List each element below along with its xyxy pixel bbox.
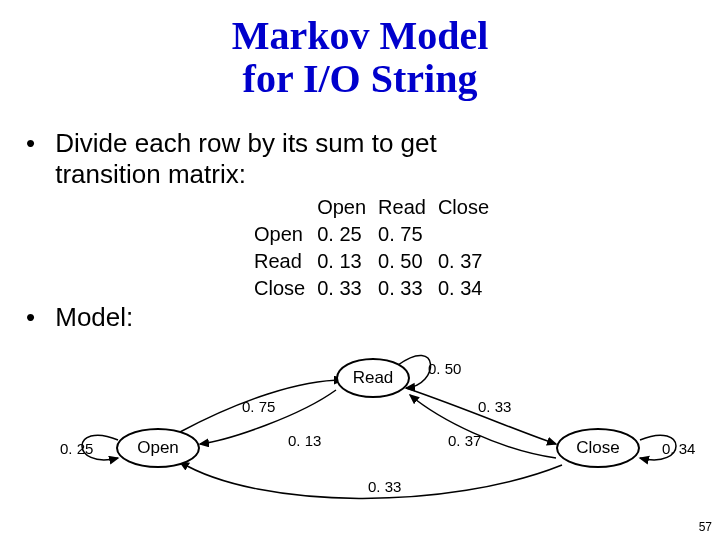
slide-title: Markov Model for I/O String	[0, 14, 720, 100]
matrix-v12: 0. 75	[372, 221, 432, 248]
title-line2: for I/O String	[243, 56, 478, 101]
edge-label-close-self: 0. 34	[662, 440, 695, 457]
bullet-dot: •	[26, 128, 48, 159]
edge-label-read-close: 0. 37	[448, 432, 481, 449]
node-open: Open	[116, 428, 200, 468]
edge-label-read-open: 0. 13	[288, 432, 321, 449]
matrix-v11: 0. 25	[311, 221, 372, 248]
page-number: 57	[699, 520, 712, 534]
node-close-label: Close	[576, 438, 619, 458]
edge-label-open-self: 0. 25	[60, 440, 93, 457]
matrix-v31: 0. 33	[311, 275, 372, 302]
slide: Markov Model for I/O String • Divide eac…	[0, 0, 720, 540]
matrix-row-close: Close 0. 33 0. 33 0. 34	[248, 275, 495, 302]
matrix-col-read: Read	[372, 194, 432, 221]
matrix-rowlabel-close: Close	[248, 275, 311, 302]
bullet-2-text: Model:	[55, 302, 133, 333]
matrix-v23: 0. 37	[432, 248, 495, 275]
matrix-row-read: Read 0. 13 0. 50 0. 37	[248, 248, 495, 275]
bullet-1-line2: transition matrix:	[55, 159, 246, 189]
matrix-rowlabel-open: Open	[248, 221, 311, 248]
matrix-header-row: Open Read Close	[248, 194, 495, 221]
matrix-rowlabel-read: Read	[248, 248, 311, 275]
matrix-col-close: Close	[432, 194, 495, 221]
matrix-v21: 0. 13	[311, 248, 372, 275]
node-read: Read	[336, 358, 410, 398]
node-open-label: Open	[137, 438, 179, 458]
matrix-v22: 0. 50	[372, 248, 432, 275]
matrix-col-open: Open	[311, 194, 372, 221]
matrix-row-open: Open 0. 25 0. 75	[248, 221, 495, 248]
edge-label-close-read: 0. 33	[478, 398, 511, 415]
bullet-dot-2: •	[26, 302, 48, 333]
bullet-2: • Model:	[26, 302, 133, 333]
matrix-v32: 0. 33	[372, 275, 432, 302]
edge-label-read-self: 0. 50	[428, 360, 461, 377]
bullet-1-line1: Divide each row by its sum to get	[55, 128, 437, 158]
title-line1: Markov Model	[232, 13, 489, 58]
transition-matrix: Open Read Close Open 0. 25 0. 75 Read 0.…	[248, 194, 495, 302]
matrix-v13	[432, 221, 495, 248]
edge-label-open-read: 0. 75	[242, 398, 275, 415]
edge-label-close-open: 0. 33	[368, 478, 401, 495]
node-close: Close	[556, 428, 640, 468]
node-read-label: Read	[353, 368, 394, 388]
bullet-1: • Divide each row by its sum to get tran…	[26, 128, 437, 189]
matrix-v33: 0. 34	[432, 275, 495, 302]
